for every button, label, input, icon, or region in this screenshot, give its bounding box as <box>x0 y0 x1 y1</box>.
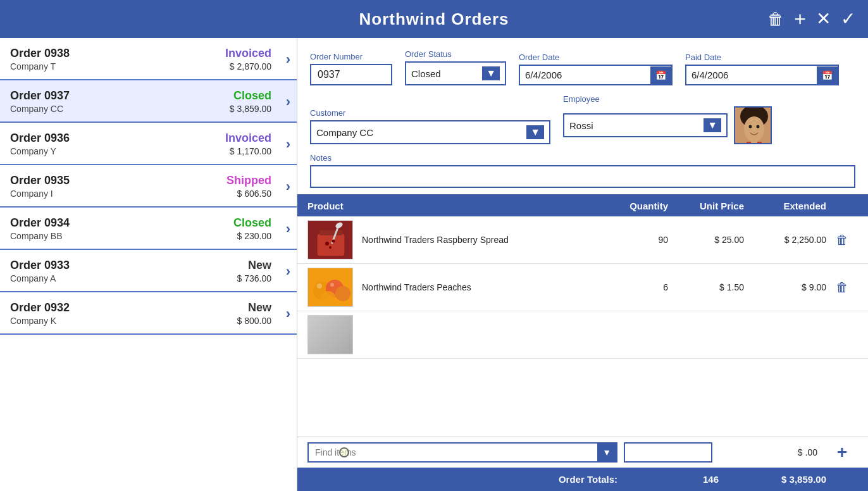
order-right: Closed $ 3,859.00 <box>230 89 271 114</box>
order-item-0932[interactable]: Order 0932 Company K New $ 800.00 › <box>0 292 297 335</box>
order-status-label: Order Status <box>405 49 506 59</box>
order-amount: $ 3,859.00 <box>230 104 271 114</box>
order-name: Order 0933 <box>10 259 237 272</box>
order-company: Company T <box>10 61 225 71</box>
table-row: Northwind Traders Peaches 6 $ 1.50 $ 9.0… <box>297 264 868 311</box>
chevron-right-icon: › <box>286 221 290 237</box>
product-qty: 90 <box>592 235 668 245</box>
order-status-dropdown-arrow[interactable]: ▼ <box>482 66 500 80</box>
col-product-header: Product <box>307 201 592 211</box>
order-date-group: Order Date 📅 <box>519 53 673 85</box>
order-date-input[interactable] <box>520 66 650 84</box>
add-product-button[interactable]: + <box>826 442 858 463</box>
order-item-0937[interactable]: Order 0937 Company CC Closed $ 3,859.00 … <box>0 80 297 123</box>
find-items-dropdown-button[interactable]: ▼ <box>597 444 616 461</box>
order-item-0935[interactable]: Order 0935 Company I Shipped $ 606.50 › <box>0 165 297 208</box>
delete-button[interactable]: 🗑 <box>767 11 784 27</box>
customer-value: Company CC <box>316 127 523 138</box>
svg-point-22 <box>330 283 334 287</box>
col-ext-header: Extended <box>744 201 826 211</box>
order-item-0936[interactable]: Order 0936 Company Y Invoiced $ 1,170.00… <box>0 123 297 165</box>
chevron-right-icon: › <box>286 263 290 280</box>
svg-point-19 <box>335 286 350 301</box>
add-qty-input[interactable] <box>624 442 712 463</box>
find-items-input[interactable] <box>309 444 597 461</box>
order-name: Order 0936 <box>10 132 225 145</box>
product-thumbnail <box>307 220 353 259</box>
product-qty: 6 <box>592 282 668 292</box>
product-cell: Northwind Traders Peaches <box>307 268 592 307</box>
form-row-1: Order Number Order Status Closed ▼ Order… <box>310 49 855 85</box>
order-company: Company Y <box>10 146 225 156</box>
form-row-2: Customer Company CC ▼ Employee Rossi ▼ <box>310 94 855 144</box>
order-status: Closed <box>233 216 271 230</box>
order-name: Order 0938 <box>10 47 225 60</box>
chevron-right-icon: › <box>286 136 290 152</box>
order-info: Order 0936 Company Y <box>10 132 225 156</box>
add-button[interactable]: + <box>794 9 806 29</box>
paid-date-input[interactable] <box>686 66 817 84</box>
svg-rect-8 <box>317 233 345 256</box>
order-detail: Order Number Order Status Closed ▼ Order… <box>297 38 868 491</box>
customer-select[interactable]: Company CC ▼ <box>310 120 550 144</box>
order-company: Company I <box>10 189 226 199</box>
delete-product-button[interactable]: 🗑 <box>833 230 851 250</box>
order-status: Shipped <box>226 174 271 187</box>
order-info: Order 0935 Company I <box>10 174 226 199</box>
order-name: Order 0935 <box>10 174 226 187</box>
delete-product-button[interactable]: 🗑 <box>833 278 851 297</box>
product-cell: Northwind Traders Raspberry Spread <box>307 220 592 259</box>
notes-input[interactable] <box>310 165 855 188</box>
order-number-input[interactable] <box>310 64 392 85</box>
order-info: Order 0937 Company CC <box>10 89 230 114</box>
employee-dropdown-arrow[interactable]: ▼ <box>704 118 721 132</box>
order-right: Closed $ 230.00 <box>233 216 271 241</box>
customer-label: Customer <box>310 108 550 118</box>
order-status: Closed <box>230 89 271 103</box>
paid-date-calendar-button[interactable]: 📅 <box>817 66 838 84</box>
header-actions: 🗑 + ✕ ✓ <box>767 9 855 29</box>
order-amount: $ 800.00 <box>237 316 272 326</box>
svg-point-2 <box>744 116 764 142</box>
chevron-right-icon: › <box>286 51 290 68</box>
products-table-header: Product Quantity Unit Price Extended <box>297 196 868 216</box>
svg-point-13 <box>332 240 335 243</box>
order-list: Order 0938 Company T Invoiced $ 2,870.00… <box>0 38 297 491</box>
customer-dropdown-arrow[interactable]: ▼ <box>526 125 544 139</box>
paid-date-label: Paid Date <box>685 53 839 62</box>
order-date-wrap: 📅 <box>519 65 673 85</box>
form-area: Order Number Order Status Closed ▼ Order… <box>297 38 868 196</box>
find-items-wrap: ▼ <box>307 442 617 463</box>
product-cell <box>307 315 592 354</box>
order-name: Order 0934 <box>10 216 233 230</box>
order-date-calendar-button[interactable]: 📅 <box>650 66 671 84</box>
save-button[interactable]: ✓ <box>841 10 855 28</box>
order-company: Company BB <box>10 231 233 241</box>
order-number-label: Order Number <box>310 52 392 61</box>
order-right: New $ 736.00 <box>237 259 272 283</box>
employee-select[interactable]: Rossi ▼ <box>563 113 728 137</box>
app-header: Northwind Orders 🗑 + ✕ ✓ <box>0 0 868 38</box>
order-item-0933[interactable]: Order 0933 Company A New $ 736.00 › <box>0 250 297 292</box>
order-status-select[interactable]: Closed ▼ <box>405 61 506 85</box>
order-company: Company K <box>10 316 237 326</box>
order-info: Order 0933 Company A <box>10 259 237 283</box>
col-qty-header: Quantity <box>592 201 668 211</box>
order-item-0938[interactable]: Order 0938 Company T Invoiced $ 2,870.00… <box>0 38 297 80</box>
order-right: Shipped $ 606.50 <box>226 174 271 199</box>
svg-point-14 <box>329 246 332 249</box>
product-extended: $ 2,250.00 <box>744 235 826 245</box>
order-name: Order 0932 <box>10 301 237 314</box>
svg-rect-6 <box>751 139 757 144</box>
order-amount: $ 606.50 <box>226 189 271 199</box>
order-totals-qty: 146 <box>643 474 719 485</box>
customer-group: Customer Company CC ▼ <box>310 108 550 144</box>
order-totals-label: Order Totals: <box>307 474 617 485</box>
product-unit-price: $ 25.00 <box>668 235 744 245</box>
employee-value: Rossi <box>569 120 700 131</box>
order-item-0934[interactable]: Order 0934 Company BB Closed $ 230.00 › <box>0 208 297 250</box>
products-body: Northwind Traders Raspberry Spread 90 $ … <box>297 216 868 437</box>
product-name: Northwind Traders Raspberry Spread <box>362 235 509 245</box>
cancel-button[interactable]: ✕ <box>816 10 831 28</box>
chevron-right-icon: › <box>286 306 290 322</box>
